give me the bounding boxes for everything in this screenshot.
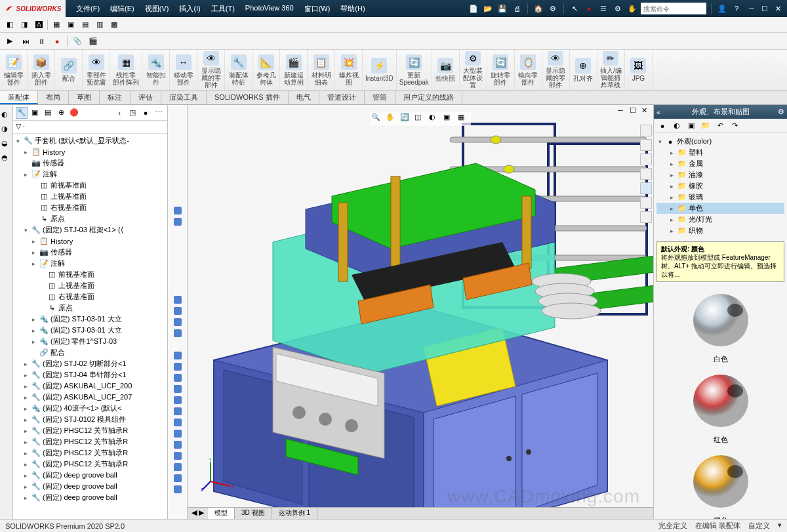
tree-node[interactable]: ▸🔧(固定) STJ-0102 模具组件 xyxy=(14,414,166,425)
tree-node[interactable]: ▸🔧(固定) ASKUBAL_UCF_207 xyxy=(14,392,166,403)
tree-root-node[interactable]: ▾🔧 手套机 (默认<默认_显示状态- xyxy=(14,135,166,146)
expand-icon[interactable] xyxy=(30,215,37,222)
display-state-cell[interactable] xyxy=(168,327,187,338)
appearance-node[interactable]: ▸📁单色 xyxy=(656,203,784,214)
expand-icon[interactable]: ▸ xyxy=(22,449,30,457)
expand-icon[interactable]: ▾ xyxy=(22,226,30,234)
app-ico[interactable]: ▣ xyxy=(685,120,697,132)
display-state-cell[interactable] xyxy=(168,405,187,417)
qa-icon[interactable]: 🅰 xyxy=(33,19,45,31)
close-icon[interactable]: ✕ xyxy=(771,3,784,14)
command-tab[interactable]: 评估 xyxy=(131,91,161,104)
rotate-icon[interactable]: 🔄 xyxy=(400,113,412,125)
maximize-icon[interactable]: ☐ xyxy=(758,3,771,14)
expand-icon[interactable]: ▸ xyxy=(22,171,30,178)
ribbon-button[interactable]: 🔧装配体 特征 xyxy=(225,50,252,90)
stop-icon[interactable]: ● xyxy=(583,3,595,14)
qa-icon[interactable]: ◧ xyxy=(4,19,16,31)
rt-icon[interactable] xyxy=(640,139,652,151)
appearance-node[interactable]: ▸📁油漆 xyxy=(656,169,784,180)
menu-item[interactable]: 窗口(W) xyxy=(299,1,336,16)
display-state-cell[interactable] xyxy=(168,238,187,249)
appearance-node[interactable]: ▸📁橡胶 xyxy=(656,180,784,192)
ribbon-button[interactable]: 📐参考几 何体 xyxy=(252,50,280,90)
expand-icon[interactable]: ▸ xyxy=(22,460,30,468)
command-tab[interactable]: 渲染工具 xyxy=(161,91,207,104)
feature-tree[interactable]: ▾🔧 手套机 (默认<默认_显示状态- ▸📋History📷传感器▸📝注解◫前视… xyxy=(13,134,167,519)
lb-icon[interactable]: ◒ xyxy=(1,139,12,150)
tree-node[interactable]: ▸🔩(固定) 零件1^STJ-03 xyxy=(14,336,166,347)
menu-item[interactable]: 编辑(E) xyxy=(105,1,140,16)
tree-node[interactable]: ◫右视基准面 xyxy=(14,291,166,302)
back-icon[interactable]: ‹ xyxy=(113,107,125,119)
pause-icon[interactable]: ⏸ xyxy=(35,35,47,47)
new-doc-icon[interactable]: 📄 xyxy=(468,3,479,14)
settings-icon[interactable]: ⚙ xyxy=(547,3,559,14)
expand-icon[interactable]: ▸ xyxy=(30,237,37,245)
display-state-cell[interactable] xyxy=(168,305,187,316)
expand-icon[interactable]: ▸ xyxy=(22,483,30,490)
scene-icon[interactable]: 🎬 xyxy=(87,35,99,47)
tree-node[interactable]: ◫上视基准面 xyxy=(14,280,166,291)
display-state-cell[interactable] xyxy=(168,338,187,350)
app-ico[interactable]: ↶ xyxy=(714,120,726,132)
record-icon[interactable]: ● xyxy=(51,35,63,47)
panel-gear-icon[interactable]: ⚙ xyxy=(778,108,784,116)
color-swatch[interactable]: 红色 xyxy=(681,368,760,445)
ribbon-button[interactable]: 🔄更新 Speedpak xyxy=(397,50,432,90)
expand-icon[interactable]: ▸ xyxy=(668,227,676,234)
motion-tab[interactable]: 3D 视图 xyxy=(235,508,272,519)
display-state-cell[interactable] xyxy=(168,216,187,227)
tree-node[interactable]: ↳原点 xyxy=(14,213,166,224)
ribbon-button[interactable]: 🔩智能扣 件 xyxy=(142,50,170,90)
expand-icon[interactable]: ▸ xyxy=(30,338,37,345)
tree-node[interactable]: ▸🔩(固定) STJ-03-01 大立 xyxy=(14,314,166,325)
tree-node[interactable]: ▸📝注解 xyxy=(14,258,166,269)
tree-node[interactable]: ▸🔧(固定) deep groove ball xyxy=(14,470,166,481)
tree-node[interactable]: ◫前视基准面 xyxy=(14,180,166,191)
menu-item[interactable]: 插入(I) xyxy=(174,1,205,16)
expand-icon[interactable]: ▸ xyxy=(30,260,37,267)
expand-icon[interactable]: ▸ xyxy=(668,171,676,178)
tree-node[interactable]: ▸📝注解 xyxy=(14,169,166,180)
ribbon-button[interactable]: 🪞镜向零 部件 xyxy=(515,50,542,90)
expand-icon[interactable]: ▸ xyxy=(22,405,30,412)
more-icon[interactable]: ⋯ xyxy=(153,107,165,119)
gear-icon[interactable]: ⚙ xyxy=(612,3,624,14)
display-state-cell[interactable] xyxy=(168,439,187,450)
tree-node[interactable]: ▸🔧(固定) PHSC12 关节轴承R xyxy=(14,436,166,447)
ribbon-button[interactable]: 👁零部件 预览窗 xyxy=(83,50,110,90)
tree-node[interactable]: ▸🔩(固定) STJ-03-01 大立 xyxy=(14,325,166,336)
expand-icon[interactable] xyxy=(38,271,45,278)
lb-icon[interactable]: ◑ xyxy=(1,125,12,135)
expand-icon[interactable]: ▸ xyxy=(668,194,676,201)
display-state-cell[interactable] xyxy=(168,350,187,361)
command-tab[interactable]: 电气 xyxy=(289,91,319,104)
expand-icon[interactable]: ▸ xyxy=(668,160,676,167)
display-state-cell[interactable] xyxy=(168,272,187,283)
ribbon-button[interactable]: ⚙大型装 配体设 置 xyxy=(460,50,487,90)
ball-icon[interactable]: ● xyxy=(140,107,151,119)
expand-icon[interactable]: ▸ xyxy=(22,148,30,155)
expand-icon[interactable]: ▸ xyxy=(30,316,37,323)
expand-icon[interactable]: ▸ xyxy=(22,427,30,434)
ribbon-button[interactable]: 📝编辑零 部件 xyxy=(0,50,28,90)
help-icon[interactable]: ? xyxy=(731,3,742,14)
expand-icon[interactable]: ▸ xyxy=(30,249,37,256)
command-tab[interactable]: 草图 xyxy=(69,91,100,104)
tree-node[interactable]: ▸🔧(固定) PHSC12 关节轴承R xyxy=(14,425,166,436)
appearance-node[interactable]: ▸📁塑料 xyxy=(656,147,784,158)
display-state-cell[interactable] xyxy=(168,138,187,149)
expand-icon[interactable]: ▸ xyxy=(668,182,676,190)
menu-item[interactable]: 帮助(H) xyxy=(335,1,370,16)
expand-icon[interactable] xyxy=(30,193,37,200)
expand-icon[interactable]: ▸ xyxy=(22,394,30,401)
tree-node[interactable]: ▸🔩(固定) 40滚子<1> (默认< xyxy=(14,403,166,414)
command-tab[interactable]: 装配体 xyxy=(0,91,38,104)
display-state-cell[interactable] xyxy=(168,450,187,461)
display-state-cell[interactable] xyxy=(168,361,187,372)
ribbon-button[interactable]: ⊕孔对齐 xyxy=(570,50,597,90)
ribbon-button[interactable]: ✏插入/编 辑能捕 炸草线 xyxy=(597,50,625,90)
ribbon-button[interactable]: 🔗配合 xyxy=(55,50,83,90)
tree-node[interactable]: ▸🔧(固定) STJ-02 切断部分<1 xyxy=(14,358,166,369)
